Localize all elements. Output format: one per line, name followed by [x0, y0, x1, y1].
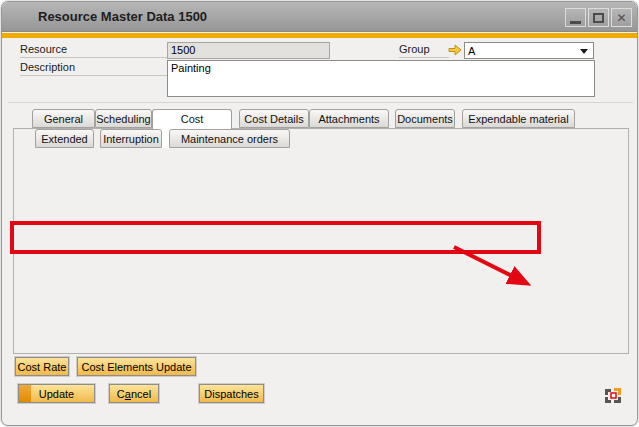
dispatches-button[interactable]: Dispatches	[199, 384, 264, 403]
maximize-icon	[593, 13, 604, 23]
accent-stripe	[2, 33, 637, 38]
close-button[interactable]: ✕	[611, 8, 632, 27]
tab-cost-details[interactable]: Cost Details	[239, 109, 309, 128]
form-settings-icon[interactable]	[604, 387, 622, 404]
group-dropdown[interactable]: A	[464, 42, 594, 59]
cost-elements-update-button[interactable]: Cost Elements Update	[77, 357, 196, 376]
tab-attachments[interactable]: Attachments	[309, 109, 389, 128]
resource-field: 1500	[167, 42, 330, 59]
description-field[interactable]: Painting	[167, 60, 595, 97]
link-arrow-icon[interactable]	[448, 44, 462, 56]
separator-line	[8, 102, 633, 103]
update-button[interactable]: Update	[18, 384, 95, 403]
tab-maintenance-orders[interactable]: Maintenance orders	[169, 129, 290, 148]
chevron-down-icon	[580, 49, 588, 54]
tab-documents[interactable]: Documents	[395, 109, 455, 128]
window-title: Resource Master Data 1500	[38, 9, 207, 24]
resource-label: Resource	[20, 43, 167, 58]
close-icon: ✕	[616, 12, 626, 24]
tab-expendable-material[interactable]: Expendable material	[462, 109, 575, 128]
title-bar[interactable]: Resource Master Data 1500 ✕	[2, 2, 637, 32]
minimize-button[interactable]	[565, 8, 586, 27]
cost-tab-panel	[13, 128, 629, 354]
maximize-button[interactable]	[588, 8, 609, 27]
cost-rate-button[interactable]: Cost Rate	[15, 357, 69, 376]
group-label: Group	[399, 43, 449, 58]
description-label: Description	[20, 61, 167, 76]
tab-interruption[interactable]: Interruption	[100, 129, 162, 148]
cancel-button[interactable]: Cancel	[109, 384, 159, 403]
resource-master-data-window: Resource Master Data 1500 ✕ Resource 150…	[1, 1, 638, 426]
default-button-indicator	[19, 385, 31, 402]
tab-extended[interactable]: Extended	[35, 129, 94, 148]
tab-scheduling[interactable]: Scheduling	[95, 109, 152, 128]
tab-general[interactable]: General	[32, 109, 95, 128]
minimize-icon	[570, 21, 581, 24]
